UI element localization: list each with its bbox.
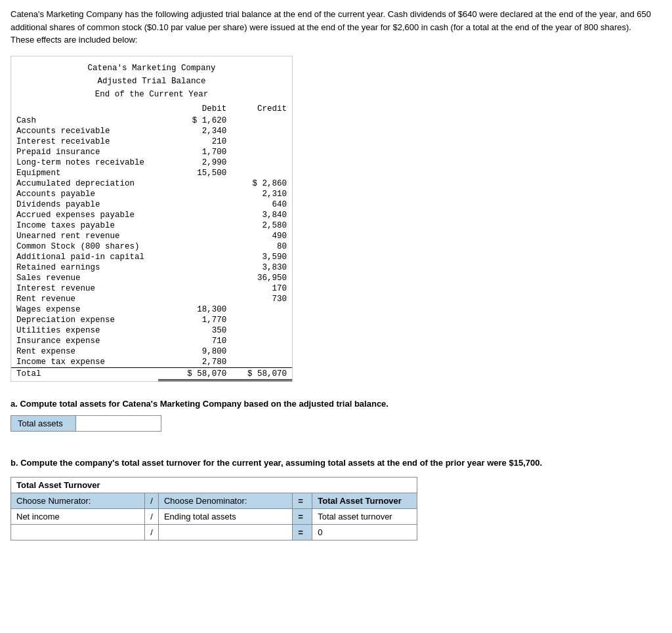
row-debit: 710 bbox=[158, 336, 232, 346]
total-assets-input[interactable] bbox=[76, 415, 161, 432]
result-value-1: Total asset turnover bbox=[312, 508, 417, 524]
table-row: Accrued expenses payable3,840 bbox=[11, 210, 292, 220]
table-row: Common Stock (800 shares)80 bbox=[11, 241, 292, 252]
numerator-input-1[interactable] bbox=[16, 512, 139, 521]
row-debit bbox=[158, 210, 232, 220]
total-credit: $ 58,070 bbox=[232, 367, 292, 380]
table-row: Unearned rent revenue490 bbox=[11, 231, 292, 241]
numerator-value-1[interactable] bbox=[11, 508, 145, 524]
row-debit: $ 1,620 bbox=[158, 115, 232, 126]
row-debit: 1,700 bbox=[158, 147, 232, 157]
tat-table: Total Asset Turnover Choose Numerator: /… bbox=[10, 477, 417, 541]
report-title1: Adjusted Trial Balance bbox=[11, 75, 292, 88]
table-row: Dividends payable640 bbox=[11, 199, 292, 210]
denominator-input-2[interactable] bbox=[164, 527, 287, 537]
row-debit: 350 bbox=[158, 325, 232, 336]
table-row: Income taxes payable2,580 bbox=[11, 220, 292, 231]
row-credit: 170 bbox=[232, 283, 292, 294]
row-credit: 490 bbox=[232, 231, 292, 241]
denominator-value-1[interactable] bbox=[158, 508, 292, 524]
row-label: Insurance expense bbox=[11, 336, 158, 346]
numerator-input-2[interactable] bbox=[16, 527, 139, 537]
row-label: Equipment bbox=[11, 168, 158, 178]
table-row: Accumulated depreciation$ 2,860 bbox=[11, 178, 292, 189]
row-credit bbox=[232, 315, 292, 325]
column-headers: Debit Credit bbox=[11, 104, 292, 115]
choose-numerator-label: Choose Numerator: bbox=[11, 493, 145, 508]
debit-col-header: Debit bbox=[158, 104, 232, 115]
section-b-label: b. Compute the company's total asset tur… bbox=[10, 458, 662, 468]
denominator-value-2[interactable] bbox=[158, 524, 292, 540]
row-debit: 9,800 bbox=[158, 346, 232, 357]
tat-label-row: Choose Numerator: / Choose Denominator: … bbox=[11, 493, 417, 508]
report-title2: End of the Current Year bbox=[11, 88, 292, 101]
row-label: Prepaid insurance bbox=[11, 147, 158, 157]
row-credit bbox=[232, 115, 292, 126]
result-header: Total Asset Turnover bbox=[312, 493, 417, 508]
tat-data-row-1: / = Total asset turnover bbox=[11, 508, 417, 524]
row-label: Rent expense bbox=[11, 346, 158, 357]
table-row: Income tax expense2,780 bbox=[11, 357, 292, 368]
row-debit: 2,340 bbox=[158, 126, 232, 136]
row-credit bbox=[232, 357, 292, 368]
table-row: Rent revenue730 bbox=[11, 294, 292, 304]
row-debit: 1,770 bbox=[158, 315, 232, 325]
row-debit bbox=[158, 294, 232, 304]
row-debit: 2,990 bbox=[158, 157, 232, 168]
slash-2: / bbox=[145, 524, 159, 540]
numerator-value-2[interactable] bbox=[11, 524, 145, 540]
row-debit bbox=[158, 283, 232, 294]
row-label: Long-term notes receivable bbox=[11, 157, 158, 168]
row-credit: 3,590 bbox=[232, 252, 292, 262]
row-label: Unearned rent revenue bbox=[11, 231, 158, 241]
row-debit bbox=[158, 262, 232, 273]
trial-balance-container: Catena's Marketing Company Adjusted Tria… bbox=[10, 56, 293, 382]
section-a: a. Compute total assets for Catena's Mar… bbox=[10, 399, 662, 432]
label-col-header bbox=[11, 104, 158, 115]
trial-balance-table: Debit Credit Cash$ 1,620Accounts receiva… bbox=[11, 104, 292, 381]
denominator-input-1[interactable] bbox=[164, 512, 287, 521]
row-debit bbox=[158, 199, 232, 210]
total-row: Total$ 58,070$ 58,070 bbox=[11, 367, 292, 380]
row-debit bbox=[158, 241, 232, 252]
row-label: Interest receivable bbox=[11, 136, 158, 147]
row-label: Rent revenue bbox=[11, 294, 158, 304]
row-debit: 15,500 bbox=[158, 168, 232, 178]
row-credit bbox=[232, 126, 292, 136]
row-credit bbox=[232, 304, 292, 315]
row-credit: 80 bbox=[232, 241, 292, 252]
row-label: Utilities expense bbox=[11, 325, 158, 336]
row-credit: 36,950 bbox=[232, 273, 292, 283]
table-row: Utilities expense350 bbox=[11, 325, 292, 336]
table-row: Prepaid insurance1,700 bbox=[11, 147, 292, 157]
row-label: Accounts payable bbox=[11, 189, 158, 199]
row-credit: 640 bbox=[232, 199, 292, 210]
row-debit: 2,780 bbox=[158, 357, 232, 368]
tat-title: Total Asset Turnover bbox=[11, 477, 417, 493]
total-assets-label: Total assets bbox=[10, 415, 76, 432]
row-credit: 730 bbox=[232, 294, 292, 304]
table-row: Rent expense9,800 bbox=[11, 346, 292, 357]
row-credit bbox=[232, 336, 292, 346]
row-credit bbox=[232, 346, 292, 357]
section-b: b. Compute the company's total asset tur… bbox=[10, 458, 662, 541]
trial-balance-header: Catena's Marketing Company Adjusted Tria… bbox=[11, 56, 292, 104]
row-debit: 210 bbox=[158, 136, 232, 147]
row-label: Accounts receivable bbox=[11, 126, 158, 136]
table-row: Long-term notes receivable2,990 bbox=[11, 157, 292, 168]
row-credit bbox=[232, 147, 292, 157]
tat-title-row: Total Asset Turnover bbox=[11, 477, 417, 493]
row-label: Sales revenue bbox=[11, 273, 158, 283]
table-row: Interest revenue170 bbox=[11, 283, 292, 294]
row-debit: 18,300 bbox=[158, 304, 232, 315]
slash-1: / bbox=[145, 508, 159, 524]
total-debit: $ 58,070 bbox=[158, 367, 232, 380]
row-credit bbox=[232, 325, 292, 336]
row-label: Income taxes payable bbox=[11, 220, 158, 231]
row-label: Cash bbox=[11, 115, 158, 126]
row-credit bbox=[232, 168, 292, 178]
row-credit: $ 2,860 bbox=[232, 178, 292, 189]
result-value-2: 0 bbox=[312, 524, 417, 540]
row-label: Additional paid-in capital bbox=[11, 252, 158, 262]
row-debit bbox=[158, 231, 232, 241]
